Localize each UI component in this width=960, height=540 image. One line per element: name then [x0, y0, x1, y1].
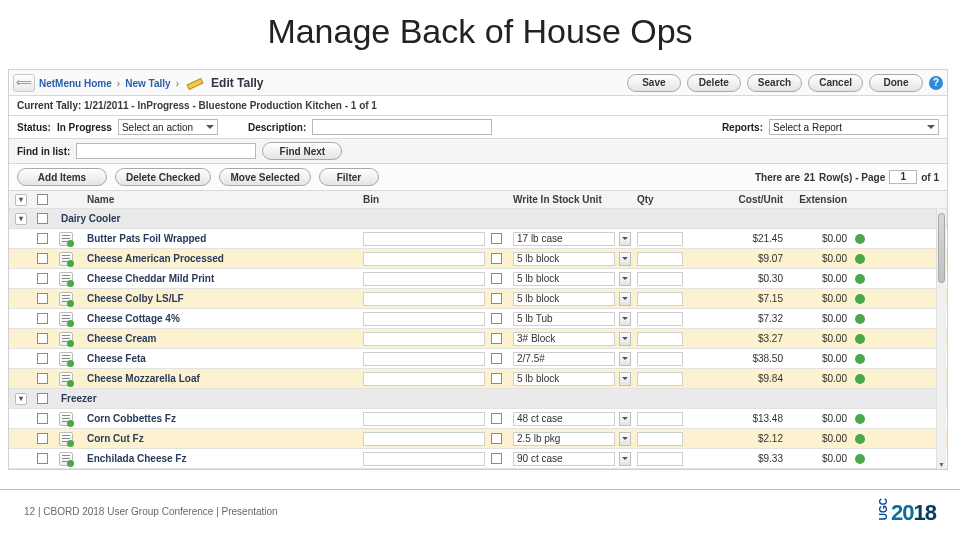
status-dot-icon[interactable]: [855, 354, 865, 364]
bin-input[interactable]: [363, 292, 485, 306]
writein-checkbox[interactable]: [491, 313, 502, 324]
status-dot-icon[interactable]: [855, 314, 865, 324]
qty-input[interactable]: [637, 272, 683, 286]
bin-input[interactable]: [363, 412, 485, 426]
writein-checkbox[interactable]: [491, 233, 502, 244]
qty-input[interactable]: [637, 312, 683, 326]
scroll-thumb[interactable]: [938, 213, 945, 283]
reports-select[interactable]: Select a Report: [769, 119, 939, 135]
note-icon[interactable]: [59, 252, 73, 266]
writein-checkbox[interactable]: [491, 333, 502, 344]
pager-page-input[interactable]: 1: [889, 170, 917, 184]
status-dot-icon[interactable]: [855, 254, 865, 264]
row-checkbox[interactable]: [37, 353, 48, 364]
row-checkbox[interactable]: [37, 333, 48, 344]
find-input[interactable]: [76, 143, 256, 159]
item-name[interactable]: Corn Cobbettes Fz: [87, 413, 357, 424]
group-checkbox[interactable]: [37, 393, 48, 404]
group-checkbox[interactable]: [37, 213, 48, 224]
bin-input[interactable]: [363, 252, 485, 266]
row-checkbox[interactable]: [37, 273, 48, 284]
qty-input[interactable]: [637, 372, 683, 386]
item-name[interactable]: Cheese Cream: [87, 333, 357, 344]
status-dot-icon[interactable]: [855, 334, 865, 344]
delete-checked-button[interactable]: Delete Checked: [115, 168, 211, 186]
col-bin[interactable]: Bin: [363, 194, 485, 205]
scrollbar[interactable]: ▲ ▼: [936, 209, 946, 469]
stock-unit-select[interactable]: 17 lb case: [513, 232, 631, 246]
stock-unit-select[interactable]: 5 lb block: [513, 252, 631, 266]
writein-checkbox[interactable]: [491, 373, 502, 384]
note-icon[interactable]: [59, 372, 73, 386]
chevron-down-icon[interactable]: [619, 272, 631, 286]
bin-input[interactable]: [363, 312, 485, 326]
group-row[interactable]: ▾Dairy Cooler: [9, 209, 947, 229]
col-ext[interactable]: Extension: [789, 194, 847, 205]
search-button[interactable]: Search: [747, 74, 802, 92]
status-dot-icon[interactable]: [855, 374, 865, 384]
writein-checkbox[interactable]: [491, 433, 502, 444]
status-dot-icon[interactable]: [855, 434, 865, 444]
bin-input[interactable]: [363, 432, 485, 446]
chevron-down-icon[interactable]: [619, 292, 631, 306]
writein-checkbox[interactable]: [491, 253, 502, 264]
chevron-down-icon[interactable]: [619, 252, 631, 266]
note-icon[interactable]: [59, 452, 73, 466]
bin-input[interactable]: [363, 452, 485, 466]
stock-unit-select[interactable]: 90 ct case: [513, 452, 631, 466]
breadcrumb-newtally-link[interactable]: New Tally: [125, 78, 170, 89]
chevron-down-icon[interactable]: [619, 352, 631, 366]
qty-input[interactable]: [637, 412, 683, 426]
bin-input[interactable]: [363, 372, 485, 386]
writein-checkbox[interactable]: [491, 353, 502, 364]
stock-unit-select[interactable]: 2/7.5#: [513, 352, 631, 366]
stock-unit-select[interactable]: 3# Block: [513, 332, 631, 346]
item-name[interactable]: Butter Pats Foil Wrapped: [87, 233, 357, 244]
stock-unit-select[interactable]: 5 lb block: [513, 292, 631, 306]
group-collapse-toggle[interactable]: ▾: [15, 213, 27, 225]
done-button[interactable]: Done: [869, 74, 923, 92]
note-icon[interactable]: [59, 232, 73, 246]
note-icon[interactable]: [59, 352, 73, 366]
item-name[interactable]: Cheese Cheddar Mild Print: [87, 273, 357, 284]
qty-input[interactable]: [637, 452, 683, 466]
add-items-button[interactable]: Add Items: [17, 168, 107, 186]
note-icon[interactable]: [59, 312, 73, 326]
col-name[interactable]: Name: [87, 194, 357, 205]
collapse-all-toggle[interactable]: ▾: [15, 194, 27, 206]
stock-unit-select[interactable]: 2.5 lb pkg: [513, 432, 631, 446]
chevron-down-icon[interactable]: [619, 232, 631, 246]
writein-checkbox[interactable]: [491, 413, 502, 424]
row-checkbox[interactable]: [37, 433, 48, 444]
note-icon[interactable]: [59, 432, 73, 446]
col-cost[interactable]: Cost/Unit: [689, 194, 783, 205]
qty-input[interactable]: [637, 252, 683, 266]
status-dot-icon[interactable]: [855, 234, 865, 244]
find-next-button[interactable]: Find Next: [262, 142, 342, 160]
row-checkbox[interactable]: [37, 373, 48, 384]
chevron-down-icon[interactable]: [619, 432, 631, 446]
move-selected-button[interactable]: Move Selected: [219, 168, 310, 186]
row-checkbox[interactable]: [37, 233, 48, 244]
row-checkbox[interactable]: [37, 453, 48, 464]
qty-input[interactable]: [637, 332, 683, 346]
item-name[interactable]: Cheese Feta: [87, 353, 357, 364]
chevron-down-icon[interactable]: [619, 372, 631, 386]
bin-input[interactable]: [363, 272, 485, 286]
qty-input[interactable]: [637, 292, 683, 306]
item-name[interactable]: Cheese Mozzarella Loaf: [87, 373, 357, 384]
bin-input[interactable]: [363, 232, 485, 246]
row-checkbox[interactable]: [37, 293, 48, 304]
group-collapse-toggle[interactable]: ▾: [15, 393, 27, 405]
row-checkbox[interactable]: [37, 253, 48, 264]
select-all-checkbox[interactable]: [37, 194, 48, 205]
stock-unit-select[interactable]: 5 lb Tub: [513, 312, 631, 326]
note-icon[interactable]: [59, 272, 73, 286]
item-name[interactable]: Cheese American Processed: [87, 253, 357, 264]
item-name[interactable]: Cheese Cottage 4%: [87, 313, 357, 324]
group-row[interactable]: ▾Freezer: [9, 389, 947, 409]
bin-input[interactable]: [363, 352, 485, 366]
scroll-down-arrow[interactable]: ▼: [937, 459, 946, 469]
bin-input[interactable]: [363, 332, 485, 346]
filter-button[interactable]: Filter: [319, 168, 379, 186]
